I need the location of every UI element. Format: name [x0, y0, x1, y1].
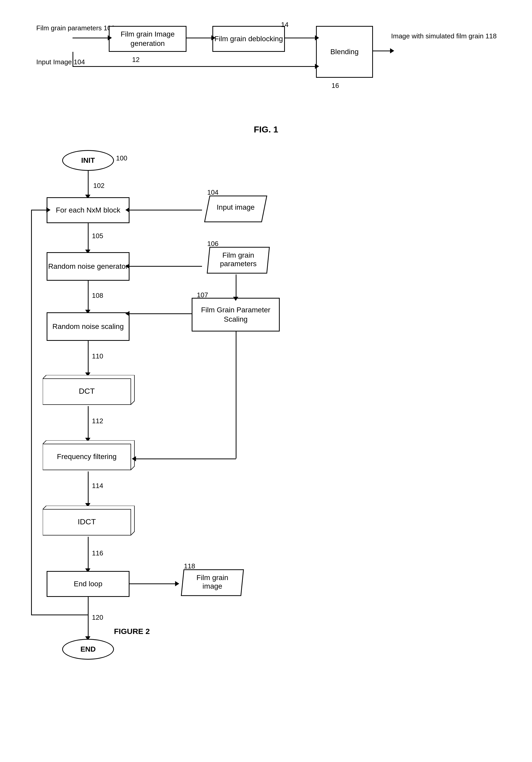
fig1-arrow-6 [73, 52, 73, 67]
svg-text:DCT: DCT [79, 387, 95, 395]
fig2-arrowhead-paramscaling-rnscaling [125, 311, 129, 316]
fig2-label-108: 108 [92, 292, 103, 300]
svg-text:IDCT: IDCT [78, 517, 96, 526]
fig2-arrow-scaling-dct [88, 341, 89, 374]
fig2-arrow-rng-scaling [88, 281, 89, 312]
fig1-arrowhead-1 [108, 35, 112, 40]
fig1-arrow-2 [186, 38, 212, 38]
fig2-arrow-foreach-randnoise [88, 223, 89, 252]
fig2-init-oval: INIT [62, 150, 114, 171]
fig1-diagram: Film grain parameters 106 Film grain Ima… [21, 16, 511, 114]
fig2-film-grain-image-shape: Film grain image [176, 569, 249, 597]
fig1-blending-box: Blending [316, 26, 373, 78]
fig2-label-114: 114 [92, 482, 103, 490]
fig1-film-grain-params-label: Film grain parameters 106 [36, 23, 115, 33]
fig2-label-106: 106 [207, 240, 218, 248]
fig2-end-loop-box: End loop [47, 571, 129, 597]
fig2-arrowhead-fgp-rng [125, 264, 129, 269]
fig1-label-16: 16 [332, 82, 339, 90]
fig2-idct-wrapper: IDCT [43, 506, 136, 538]
svg-text:image: image [203, 582, 222, 590]
fig2-end-oval: END [62, 639, 114, 660]
svg-text:parameters: parameters [220, 260, 257, 268]
fig2-film-grain-params-shape: Film grain parameters [202, 246, 275, 274]
fig2-diagram: INIT 100 102 For each NxM block Input im… [21, 150, 511, 746]
fig2-film-grain-params-wrapper: Film grain parameters [202, 246, 275, 275]
fig2-for-each-block-box: For each NxM block [47, 197, 129, 223]
fig1-label-14: 14 [281, 21, 289, 29]
fig2-freqfilt-shape: Frequency filtering [43, 440, 136, 472]
svg-text:Input image: Input image [217, 203, 255, 211]
fig2-arrowhead-fgp-paramscaling [233, 297, 238, 301]
fig2-label-120: 120 [92, 614, 103, 622]
fig2-arrow-fgp-rng [129, 266, 202, 267]
fig1-caption: FIG. 1 [21, 124, 511, 134]
fig2-random-noise-scaling-box: Random noise scaling [47, 312, 129, 341]
fig2-arrow-paramscaling-rnscaling [129, 313, 192, 314]
fig2-arrowhead-endloop-tobox [46, 207, 50, 212]
fig1-arrowhead-3 [315, 35, 319, 40]
fig2-arrow-endloop-left [31, 615, 89, 615]
fig2-film-grain-param-scaling-box: Film Grain Parameter Scaling [192, 298, 280, 332]
fig2-random-noise-gen-box: Random noise generator [47, 252, 129, 281]
fig1-arrow-1 [73, 38, 109, 38]
fig1-output-image-label: Image with simulated film grain 118 [391, 31, 497, 41]
fig1-arrowhead-5 [390, 48, 394, 53]
svg-text:Frequency filtering: Frequency filtering [57, 453, 116, 461]
fig2-arrow-idct-endloop [88, 537, 89, 571]
fig2-film-grain-image-wrapper: Film grain image [176, 569, 249, 598]
fig2-arrow-paramscaling-freqfilt-v [236, 332, 236, 459]
fig2-arrow-endloop-up [31, 210, 32, 615]
fig2-arrow-inputimg-foreach [129, 210, 202, 210]
fig1-label-12: 12 [132, 56, 140, 64]
fig2-label-104: 104 [207, 189, 218, 196]
fig2-arrow-endloop-tobox [31, 210, 47, 210]
fig2-arrowhead-endloop-fgi [175, 581, 179, 586]
fig2-freqfilt-wrapper: Frequency filtering [43, 440, 136, 473]
svg-text:Film grain: Film grain [223, 251, 254, 259]
fig1-arrowhead-4 [315, 64, 319, 69]
fig2-arrow-freqfilt-idct [88, 472, 89, 505]
fig1-input-image-label: Input Image 104 [36, 57, 85, 67]
fig1-arrow-3 [285, 38, 316, 38]
fig2-arrow-init-foreach [88, 171, 89, 197]
fig2-input-image-shape: Input image [202, 194, 269, 223]
fig2-arrow-endloop-end [88, 597, 89, 638]
fig2-dct-shape: DCT [43, 375, 136, 406]
fig2-label-102: 102 [93, 182, 104, 190]
fig2-label-110: 110 [92, 352, 103, 360]
fig1-arrowhead-2 [211, 35, 216, 40]
fig2-label-112: 112 [92, 417, 103, 425]
fig2-arrowhead-paramscaling-freqfilt [132, 456, 136, 461]
fig2-label-116: 116 [92, 549, 103, 557]
fig1-film-grain-image-gen-box: Film grain Image generation [109, 26, 186, 52]
fig1-film-grain-deblocking-box: Film grain deblocking [212, 26, 285, 52]
fig2-arrow-endloop-fgi [129, 583, 176, 584]
fig2-arrow-fgp-paramscaling [236, 274, 236, 298]
fig2-dct-wrapper: DCT [43, 375, 136, 407]
fig1-arrow-5 [373, 50, 391, 51]
page: Film grain parameters 106 Film grain Ima… [0, 0, 532, 762]
fig2-label-105: 105 [92, 232, 103, 240]
fig2-label-107: 107 [197, 291, 208, 299]
fig2-label-100: 100 [116, 154, 127, 162]
fig2-idct-shape: IDCT [43, 506, 136, 537]
fig2-arrow-paramscaling-freqfilt-h [136, 459, 236, 459]
fig2-caption: FIGURE 2 [114, 627, 150, 636]
fig2-arrow-dct-freqfilt [88, 406, 89, 440]
svg-text:Film grain: Film grain [197, 573, 229, 581]
fig2-input-image-wrapper: Input image [202, 194, 269, 224]
fig2-label-118: 118 [184, 562, 195, 570]
fig1-arrow-4 [73, 66, 316, 67]
fig2-arrowhead-inputimg-foreach [125, 207, 129, 212]
